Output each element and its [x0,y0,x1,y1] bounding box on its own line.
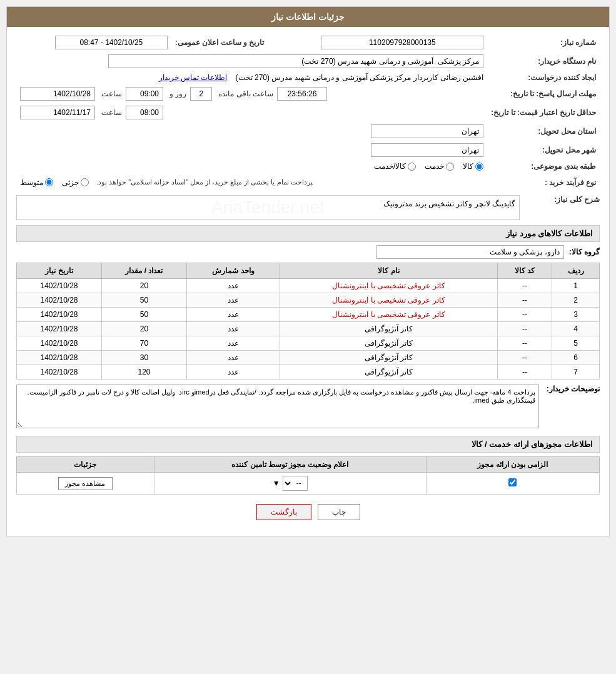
cell-name: کاتر آنژیوگرافی [280,322,497,336]
buyer-notes-input[interactable]: پرداخت 4 ماهه- جهت ارسال پیش فاکتور و مش… [16,385,539,428]
radio-partial[interactable]: جزئی [62,178,89,187]
col-qty: تعداد / مقدار [102,263,187,279]
need-number-label: شماره نیاز: [487,33,600,52]
cell-qty: 70 [102,336,187,351]
cell-qty: 120 [102,365,187,380]
radio-goods[interactable]: کالا [463,162,483,171]
need-summary-label: شرح کلی نیاز: [525,195,600,204]
table-row: 3 -- کاتر عروقی تشخیصی با اینترونشنال عد… [17,308,600,322]
license-table: الزامی بودن ارائه مجوز اعلام وضعیت مجوز … [16,456,600,495]
buyer-notes-row: توضیحات خریدار: پرداخت 4 ماهه- جهت ارسال… [16,385,600,428]
back-button[interactable]: بازگشت [256,504,311,520]
license-row: -- ▼ مشاهده مجوز [17,473,600,495]
col-row: ردیف [552,263,600,279]
status-cell: -- ▼ [154,473,426,495]
cell-date: 1402/10/28 [17,336,102,351]
details-cell: مشاهده مجوز [17,473,154,495]
category-label: طبقه بندی موضوعی: [487,159,600,173]
province-value [16,122,487,141]
cell-code: -- [498,293,552,308]
cell-code: -- [498,336,552,351]
required-checkbox[interactable] [508,478,517,486]
cell-name: کاتر آنژیوگرافی [280,351,497,365]
process-note: پرداخت تمام یا بخشی از مبلغ خرید، از محل… [96,178,313,186]
creator-text: افشین رضائی کاربردار مرکز پزشکی آموزشی و… [236,73,484,82]
cell-unit: عدد [186,365,280,380]
cell-date: 1402/10/28 [17,365,102,380]
creator-link[interactable]: اطلاعات تماس خریدار [159,73,228,82]
cell-qty: 50 [102,293,187,308]
table-row: 7 -- کاتر آنژیوگرافی عدد 120 1402/10/28 [17,365,600,380]
radio-goods-service[interactable]: کالا/خدمت [374,162,416,171]
group-label: گروه کالا: [569,248,600,256]
price-deadline-label: حداقل تاریخ اعتبار قیمت: تا تاریخ: [487,103,600,122]
announcement-value [16,33,171,52]
need-summary-content: AriaTender.net گایدینگ لانچر وکاتر تشخیص… [16,195,520,220]
status-select[interactable]: -- [283,476,308,491]
need-summary-row: شرح کلی نیاز: AriaTender.net گایدینگ لان… [16,195,600,220]
group-row: گروه کالا: [16,245,600,259]
table-row: 1 -- کاتر عروقی تشخیصی با اینترونشنال عد… [17,279,600,293]
info-table: شماره نیاز: تاریخ و ساعت اعلان عمومی: نا… [16,33,600,191]
need-number-input[interactable] [321,36,483,49]
cell-date: 1402/10/28 [17,279,102,293]
send-deadline-days[interactable] [190,87,212,101]
col-required: الزامی بودن ارائه مجوز [426,457,599,473]
cell-row: 4 [552,322,600,336]
cell-name[interactable]: کاتر عروقی تشخیصی با اینترونشنال [280,293,497,308]
city-input[interactable] [371,143,483,157]
col-details: جزئیات [17,457,154,473]
cell-qty: 30 [102,351,187,365]
process-row: جزئی متوسط پرداخت تمام یا بخشی از مبلغ خ… [16,173,487,191]
radio-service[interactable]: خدمت [425,162,454,171]
col-name: نام کالا [280,263,497,279]
cell-date: 1402/10/28 [17,308,102,322]
price-deadline-time[interactable] [126,106,163,119]
cell-name[interactable]: کاتر عروقی تشخیصی با اینترونشنال [280,279,497,293]
send-deadline-days-label: روز و [169,89,186,98]
creator-label: ایجاد کننده درخواست: [487,71,600,84]
table-row: 5 -- کاتر آنژیوگرافی عدد 70 1402/10/28 [17,336,600,351]
send-deadline-remaining-label: ساعت باقی مانده [218,89,273,98]
need-summary-value: گایدینگ لانچر وکاتر تشخیص برند مدترونیک [383,199,515,208]
province-input[interactable] [371,124,483,138]
cell-name[interactable]: کاتر عروقی تشخیصی با اینترونشنال [280,308,497,322]
cell-name: کاتر آنژیوگرافی [280,365,497,380]
send-deadline-remaining[interactable] [277,87,327,101]
goods-section-title: اطلاعات کالاهای مورد نیاز [16,225,600,242]
radio-medium[interactable]: متوسط [20,178,53,187]
send-deadline-row: ساعت روز و ساعت باقی مانده [16,84,487,103]
required-cell [426,473,599,495]
send-deadline-time[interactable] [126,87,163,101]
city-label: شهر محل تحویل: [487,141,600,159]
view-license-button[interactable]: مشاهده مجوز [58,477,112,490]
buyer-notes-label: توضیحات خریدار: [544,385,600,393]
main-card: جزئیات اطلاعات نیاز شماره نیاز: تاریخ و … [6,6,610,536]
cell-row: 1 [552,279,600,293]
watermark-text: AriaTender.net [211,198,325,218]
cell-unit: عدد [186,279,280,293]
cell-unit: عدد [186,351,280,365]
group-value[interactable] [376,245,564,259]
cell-unit: عدد [186,336,280,351]
cell-code: -- [498,351,552,365]
cell-unit: عدد [186,322,280,336]
price-deadline-time-label: ساعت [101,108,122,117]
announcement-input[interactable] [55,36,168,49]
col-date: تاریخ نیاز [17,263,102,279]
send-deadline-date[interactable] [20,87,95,101]
table-row: 4 -- کاتر آنژیوگرافی عدد 20 1402/10/28 [17,322,600,336]
province-label: استان محل تحویل: [487,122,600,141]
chevron-icon: ▼ [273,479,280,488]
send-deadline-label: مهلت ارسال پاسخ: تا تاریخ: [487,84,600,103]
print-button[interactable]: چاپ [318,504,360,520]
buyer-name-input[interactable] [108,54,483,68]
need-summary-box: AriaTender.net گایدینگ لانچر وکاتر تشخیص… [16,195,520,220]
price-deadline-date[interactable] [20,106,95,119]
col-code: کد کالا [498,263,552,279]
cell-row: 2 [552,293,600,308]
cell-code: -- [498,308,552,322]
page-wrapper: جزئیات اطلاعات نیاز شماره نیاز: تاریخ و … [0,0,616,674]
cell-date: 1402/10/28 [17,293,102,308]
buyer-name-label: نام دستگاه خریدار: [487,52,600,71]
